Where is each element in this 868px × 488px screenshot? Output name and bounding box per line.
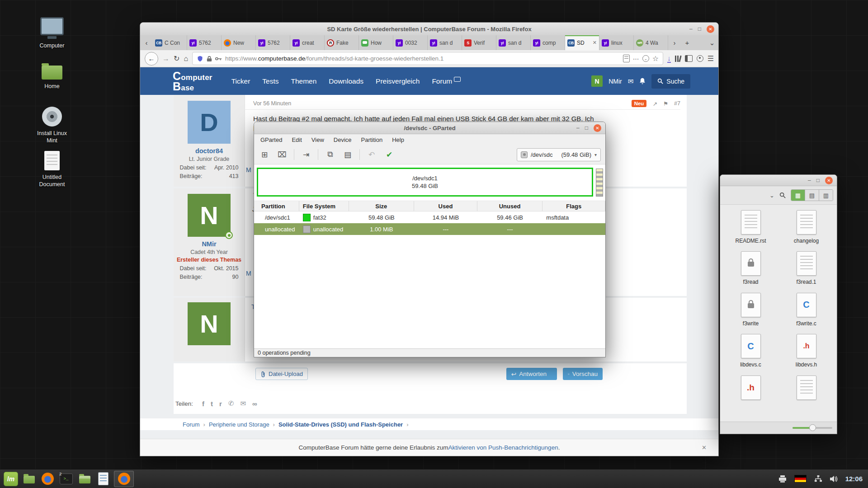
- sidebar-toggle-icon[interactable]: [685, 55, 693, 62]
- file-f3read1[interactable]: f3read.1: [778, 251, 834, 285]
- nav-themen[interactable]: Themen: [291, 77, 316, 85]
- desktop-icon-install[interactable]: Install Linux Mint: [26, 107, 78, 144]
- breadcrumb-ssd[interactable]: Solid-State-Drives (SSD) und Flash-Speic…: [278, 421, 403, 428]
- account-icon[interactable]: [697, 55, 703, 62]
- device-selector[interactable]: /dev/sdc (59.48 GiB) ▾: [517, 148, 601, 161]
- file-f3read[interactable]: f3read: [723, 251, 778, 285]
- file-partial[interactable]: [778, 375, 834, 400]
- whatsapp-icon[interactable]: ✆: [228, 399, 234, 408]
- preview-button[interactable]: Vorschau: [563, 368, 603, 380]
- undo-icon[interactable]: ↶: [366, 150, 377, 160]
- apply-icon[interactable]: ✔: [383, 150, 395, 160]
- file-libdevs-c[interactable]: Clibdevs.c: [723, 334, 778, 368]
- user-avatar[interactable]: N: [591, 75, 603, 87]
- copy-icon[interactable]: ⧉: [324, 150, 336, 159]
- computerbase-logo[interactable]: Computer Base: [173, 71, 212, 92]
- compact-view-icon[interactable]: ▥: [819, 190, 833, 201]
- gparted-titlebar[interactable]: /dev/sdc - GParted – □ ✕: [254, 122, 605, 134]
- avatar[interactable]: D: [188, 101, 231, 144]
- active-window-button[interactable]: [114, 471, 134, 487]
- tab-5762-a[interactable]: y!5762: [187, 35, 222, 50]
- desktop-icon-computer[interactable]: Computer: [26, 17, 78, 50]
- avatar[interactable]: N: [188, 302, 231, 345]
- home-icon[interactable]: ⌂: [184, 55, 188, 63]
- mint-menu-button[interactable]: lm: [4, 472, 18, 486]
- printer-icon[interactable]: [778, 475, 787, 483]
- reddit-icon[interactable]: r: [219, 400, 222, 408]
- url-bar[interactable]: https://www.computerbase.de/forum/thread…: [192, 52, 663, 65]
- back-button[interactable]: ←: [145, 52, 158, 66]
- page-actions-icon[interactable]: ⋯: [633, 55, 639, 62]
- hamburger-menu-icon[interactable]: ☰: [708, 54, 714, 63]
- minimize-icon[interactable]: –: [576, 125, 580, 131]
- close-icon[interactable]: ✕: [594, 124, 601, 132]
- search-icon[interactable]: [779, 192, 786, 198]
- tab-fake[interactable]: RFake: [325, 35, 359, 50]
- zoom-slider[interactable]: [793, 427, 832, 429]
- resize-move-icon[interactable]: ⇥: [300, 150, 312, 160]
- tab-san-d-b[interactable]: y!san d: [496, 35, 531, 50]
- partition-visual-sdc1[interactable]: /dev/sdc1 59.48 GiB: [257, 168, 593, 197]
- answer-button[interactable]: ↩ Antworten: [506, 368, 557, 380]
- terminal-launcher[interactable]: 2>_: [58, 471, 74, 487]
- minimize-icon[interactable]: –: [808, 178, 811, 183]
- link-fragment[interactable]: M: [246, 270, 251, 277]
- push-permission-link[interactable]: Aktivieren von Push-Benachrichtigungen: [448, 444, 558, 451]
- link-fragment[interactable]: M: [246, 166, 251, 174]
- nav-downloads[interactable]: Downloads: [329, 77, 363, 85]
- reader-view-icon[interactable]: [623, 55, 630, 62]
- clock[interactable]: 12:06: [845, 475, 863, 483]
- scroll-tabs-left-button[interactable]: ‹: [140, 35, 153, 50]
- maximize-icon[interactable]: □: [585, 125, 588, 131]
- show-desktop-button[interactable]: [21, 471, 37, 487]
- list-view-icon[interactable]: ▤: [805, 190, 819, 201]
- paste-icon[interactable]: ▤: [342, 150, 354, 160]
- breadcrumb-peripherie[interactable]: Peripherie und Storage: [209, 421, 269, 428]
- tab-new[interactable]: New: [222, 35, 256, 50]
- unallocated-visual[interactable]: [596, 169, 603, 197]
- author-name[interactable]: NMir: [202, 240, 216, 248]
- tab-how[interactable]: How: [359, 35, 393, 50]
- tab-c-con[interactable]: CBC Con: [153, 35, 187, 50]
- nav-tests[interactable]: Tests: [262, 77, 278, 85]
- delete-partition-icon[interactable]: ⌧: [276, 150, 288, 160]
- file-partial[interactable]: .h: [723, 375, 778, 400]
- desktop-icon-home[interactable]: Home: [26, 61, 78, 90]
- breadcrumb-forum[interactable]: Forum: [183, 421, 200, 428]
- mail-icon[interactable]: ✉: [628, 77, 634, 85]
- file-f3write-c[interactable]: Cf3write.c: [778, 293, 834, 327]
- bookmark-icon[interactable]: ⚑: [663, 100, 668, 107]
- link-icon[interactable]: ∞: [252, 400, 257, 408]
- tab-4-way[interactable]: wH4 Wa: [634, 35, 668, 50]
- tab-5762-b[interactable]: y!5762: [256, 35, 290, 50]
- tab-sd-active[interactable]: CBSD✕: [565, 35, 599, 50]
- tab-verif[interactable]: SVerif: [462, 35, 496, 50]
- new-partition-icon[interactable]: ⊞: [259, 150, 270, 160]
- table-row-sdc1[interactable]: /dev/sdc1 fat32 59.48 GiB 14.94 MiB 59.4…: [254, 211, 605, 223]
- pocket-icon[interactable]: ⌄: [642, 55, 649, 62]
- menu-device[interactable]: Device: [334, 136, 352, 143]
- twitter-icon[interactable]: t: [211, 400, 213, 408]
- menu-edit[interactable]: Edit: [292, 136, 302, 143]
- forward-icon[interactable]: →: [162, 55, 170, 63]
- facebook-icon[interactable]: f: [202, 400, 204, 408]
- maximize-icon[interactable]: □: [816, 178, 820, 183]
- nav-ticker[interactable]: Ticker: [231, 77, 250, 85]
- tab-linux[interactable]: y!linux: [599, 35, 634, 50]
- desktop-icon-untitled-document[interactable]: Untitled Document: [26, 151, 78, 188]
- dismiss-icon[interactable]: ✕: [702, 444, 707, 451]
- post-timestamp[interactable]: Vor 56 Minuten: [253, 100, 291, 107]
- downloads-icon[interactable]: ↓: [667, 55, 671, 63]
- file-upload-button[interactable]: Datei-Upload: [255, 368, 308, 380]
- tab-0032[interactable]: y!0032: [393, 35, 428, 50]
- library-icon[interactable]: [675, 56, 681, 62]
- table-row-unallocated[interactable]: unallocated unallocated 1.00 MiB --- ---: [254, 223, 605, 235]
- menu-view[interactable]: View: [311, 136, 324, 143]
- bell-icon[interactable]: [639, 78, 646, 84]
- text-editor-launcher[interactable]: [95, 471, 111, 487]
- minimize-icon[interactable]: –: [689, 26, 693, 32]
- network-icon[interactable]: [814, 475, 822, 483]
- file-readme[interactable]: README.rst: [723, 210, 778, 244]
- avatar[interactable]: N: [188, 194, 231, 237]
- username[interactable]: NMir: [609, 78, 622, 85]
